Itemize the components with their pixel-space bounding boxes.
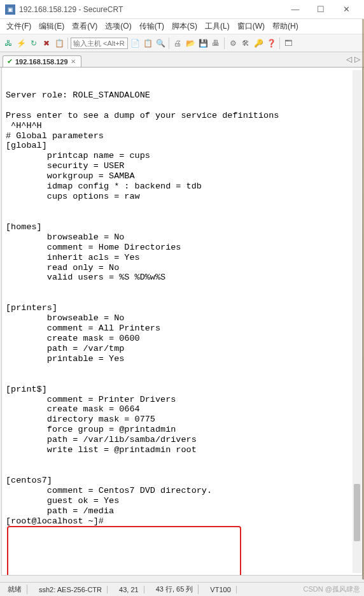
- tab-nav: ◁ ▷: [346, 55, 360, 64]
- extra-icon[interactable]: 🗔: [283, 38, 294, 49]
- status-cursor: 43, 21: [114, 586, 144, 593]
- menu-file[interactable]: 文件(F): [3, 20, 35, 33]
- close-button[interactable]: ✕: [333, 1, 359, 18]
- tab-session[interactable]: ✔ 192.168.158.129 ✕: [3, 55, 81, 67]
- session-icon[interactable]: 📋: [53, 38, 65, 49]
- toolbar-separator: [279, 38, 280, 49]
- statusbar: 就绪 ssh2: AES-256-CTR 43, 21 43 行, 65 列 V…: [0, 582, 364, 596]
- menu-view[interactable]: 查看(V): [68, 20, 101, 33]
- help-icon[interactable]: ❓: [265, 38, 277, 49]
- watermark: CSDN @孤风肆意: [304, 585, 360, 594]
- host-input[interactable]: [71, 38, 128, 49]
- toolbar-separator: [169, 38, 169, 49]
- tabbar: ✔ 192.168.158.129 ✕ ◁ ▷: [0, 52, 364, 67]
- terminal-content: Server role: ROLE_STANDALONE Press enter…: [6, 90, 358, 527]
- save-icon[interactable]: 💾: [197, 38, 209, 49]
- connected-icon: ✔: [7, 57, 13, 66]
- minimize-button[interactable]: —: [283, 1, 308, 18]
- highlight-box: [7, 526, 241, 576]
- tab-prev-icon[interactable]: ◁: [346, 55, 352, 64]
- menu-tools[interactable]: 工具(L): [201, 20, 234, 33]
- tab-close-icon[interactable]: ✕: [71, 58, 76, 65]
- disconnect-icon[interactable]: ✖: [41, 38, 52, 49]
- status-rowscols: 43 行, 65 列: [151, 585, 199, 594]
- toolbar: 🖧 ⚡ ↻ ✖ 📋 📄 📋 🔍 🖨 📂 💾 🖶 ⚙ 🛠 🔑 ❓ 🗔: [0, 34, 364, 52]
- terminal[interactable]: Server role: ROLE_STANDALONE Press enter…: [1, 67, 363, 576]
- menu-help[interactable]: 帮助(H): [269, 20, 302, 33]
- open-icon[interactable]: 📂: [185, 38, 196, 49]
- toolbar-separator: [224, 38, 225, 49]
- menu-options[interactable]: 选项(O): [101, 20, 135, 33]
- app-icon: ▣: [5, 4, 15, 15]
- key-icon[interactable]: 🔑: [253, 38, 264, 49]
- status-ready: 就绪: [3, 585, 27, 594]
- scroll-thumb[interactable]: [354, 484, 360, 541]
- reconnect-icon[interactable]: ↻: [28, 38, 39, 49]
- tab-next-icon[interactable]: ▷: [354, 55, 360, 64]
- quick-connect-icon[interactable]: ⚡: [15, 38, 27, 49]
- menu-transfer[interactable]: 传输(T): [136, 20, 168, 33]
- toolbar-separator: [67, 38, 68, 49]
- menu-window[interactable]: 窗口(W): [234, 20, 269, 33]
- copy-icon[interactable]: 📄: [129, 38, 141, 49]
- menu-script[interactable]: 脚本(S): [168, 20, 201, 33]
- window-title: 192.168.158.129 - SecureCRT: [19, 5, 283, 14]
- scrollbar[interactable]: [353, 70, 361, 573]
- maximize-button[interactable]: ☐: [308, 1, 333, 18]
- properties-icon[interactable]: ⚙: [227, 38, 239, 49]
- window-controls: — ☐ ✕: [283, 1, 359, 18]
- print2-icon[interactable]: 🖶: [210, 38, 221, 49]
- find-icon[interactable]: 🔍: [155, 38, 166, 49]
- menubar: 文件(F) 编辑(E) 查看(V) 选项(O) 传输(T) 脚本(S) 工具(L…: [0, 19, 364, 34]
- tab-title: 192.168.158.129: [15, 58, 68, 66]
- titlebar: ▣ 192.168.158.129 - SecureCRT — ☐ ✕: [0, 0, 364, 19]
- tools-icon[interactable]: 🛠: [240, 38, 251, 49]
- menu-edit[interactable]: 编辑(E): [35, 20, 68, 33]
- status-ssh: ssh2: AES-256-CTR: [34, 586, 108, 593]
- connect-icon[interactable]: 🖧: [3, 38, 14, 49]
- paste-icon[interactable]: 📋: [142, 38, 153, 49]
- print-icon[interactable]: 🖨: [172, 38, 183, 49]
- status-termtype: VT100: [205, 586, 236, 593]
